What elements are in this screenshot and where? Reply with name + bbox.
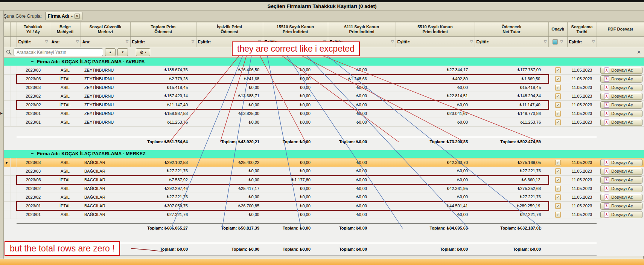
amount-cell: ₺13.688,71 xyxy=(196,92,263,101)
open-pdf-button[interactable]: λDosyayı Aç xyxy=(600,101,642,109)
table-row[interactable]: 2023/02ASILBAĞCILAR₺27.221,76₺0,00₺0,00₺… xyxy=(4,193,644,202)
checkbox-checked-icon[interactable]: ✔ xyxy=(555,212,561,218)
checkbox-checked-icon[interactable]: ✔ xyxy=(555,93,561,99)
sgk-center-cell: ZEYTİNBURNU xyxy=(81,92,130,101)
chip-close-icon[interactable]: ✕ xyxy=(75,14,80,19)
filter-sgk-merkezi[interactable]: Ara:▽ xyxy=(81,37,130,47)
open-pdf-button[interactable]: λDosyayı Aç xyxy=(600,168,642,175)
column-header-15510[interactable]: 15510 Sayılı KanunPrim İndirimi xyxy=(263,22,328,37)
pdf-icon: λ xyxy=(604,111,609,116)
filter-icon[interactable]: ▽ xyxy=(470,40,473,44)
checkbox-checked-icon[interactable]: ✔ xyxy=(555,76,561,82)
open-pdf-button[interactable]: λDosyayı Aç xyxy=(600,202,642,210)
column-header-6111[interactable]: 6111 Sayılı KanunPrim İndirimi xyxy=(328,22,396,37)
table-row[interactable]: 2023/02ASILZEYTİNBURNU₺157.420,14₺13.688… xyxy=(4,92,644,101)
table-row[interactable]: 2023/03İPTALBAĞCILAR₺7.537,92₺0,00₺1.177… xyxy=(4,176,644,184)
column-header-pdf[interactable]: PDF Dosyası xyxy=(597,22,644,37)
column-header-belge[interactable]: BelgeMahiyeti xyxy=(50,22,81,37)
open-pdf-button[interactable]: λDosyayı Aç xyxy=(600,159,642,166)
filter-icon[interactable]: ▽ xyxy=(560,40,563,44)
filter-onayli[interactable]: ▽ xyxy=(548,37,567,47)
table-row[interactable]: 2023/02İPTALZEYTİNBURNU₺11.147,40₺0,00₺0… xyxy=(4,101,644,109)
table-row[interactable]: 2023/03ASILZEYTİNBURNU₺188.674,76₺16.406… xyxy=(4,66,644,75)
open-pdf-button[interactable]: λDosyayı Aç xyxy=(600,119,642,126)
table-row[interactable]: 2023/03ASILZEYTİNBURNU₺15.418,45₺0,00₺0,… xyxy=(4,83,644,92)
table-row[interactable]: 2023/02ASILBAĞCILAR₺292.297,46₺25.417,17… xyxy=(4,184,644,193)
group-header-row[interactable]: −Firma Adı: KOÇAK İLAÇ PAZARLAMA - AVRUP… xyxy=(4,58,644,66)
pdf-button-label: Dosyayı Aç xyxy=(611,195,633,199)
checkbox-checked-icon[interactable]: ✔ xyxy=(555,203,561,209)
checkbox-checked-icon[interactable]: ✔ xyxy=(555,168,561,174)
search-prev-button[interactable]: ▲ xyxy=(105,48,116,56)
column-header-5510[interactable]: 5510 Sayılı KanunPrim İndirimi xyxy=(396,22,475,37)
table-row[interactable]: 2023/03ASILBAĞCILAR₺27.221,76₺0,00₺0,00₺… xyxy=(4,167,644,176)
filter-toplam-prim[interactable]: Eşittir:▽ xyxy=(130,37,196,47)
group-header-row[interactable]: −Firma Adı: KOÇAK İLAÇ PAZARLAMA - MERKE… xyxy=(4,150,644,158)
search-next-button[interactable]: ▼ xyxy=(117,48,128,56)
checkbox-checked-icon[interactable]: ✔ xyxy=(555,67,561,73)
open-pdf-button[interactable]: λDosyayı Aç xyxy=(600,75,642,83)
amount-cell: ₺0,00 xyxy=(328,83,396,92)
collapse-group-icon[interactable]: − xyxy=(31,59,33,64)
row-expand-cell xyxy=(10,83,17,92)
collapse-group-icon[interactable]: − xyxy=(31,151,33,156)
checkbox-checked-icon[interactable]: ✔ xyxy=(555,186,561,191)
filter-checkbox-icon[interactable] xyxy=(553,39,558,44)
filter-icon[interactable]: ▽ xyxy=(592,40,595,44)
filter-icon[interactable]: ▽ xyxy=(76,40,79,44)
table-row[interactable]: 2023/01ASILZEYTİNBURNU₺11.253,76₺0,00₺0,… xyxy=(4,118,644,127)
filter-sorgulama[interactable]: Eşittir:▽ xyxy=(567,37,597,47)
column-header-toplam-prim[interactable]: Toplam PrimÖdemesi xyxy=(130,22,196,37)
query-date-cell: 11.05.2023 xyxy=(567,167,597,176)
filter-icon[interactable]: ▽ xyxy=(45,40,48,44)
open-pdf-button[interactable]: λDosyayı Aç xyxy=(600,110,642,117)
filter-icon[interactable]: ▽ xyxy=(544,40,547,44)
group-chip-firma-adi[interactable]: Firma Adı ▴ ✕ xyxy=(45,12,82,20)
checkbox-checked-icon[interactable]: ✔ xyxy=(555,111,561,116)
open-pdf-button[interactable]: λDosyayı Aç xyxy=(600,176,642,184)
checkbox-checked-icon[interactable]: ✔ xyxy=(555,85,561,90)
column-header-sorgulama[interactable]: SorgulamaTarihi xyxy=(567,22,597,37)
table-row[interactable]: 2023/01ASILBAĞCILAR₺27.221,76₺0,00₺0,00₺… xyxy=(4,210,644,219)
total-value: Toplam: ₺0,00 xyxy=(328,137,396,147)
column-header-sgk-merkezi[interactable]: Sosyal GüvenlikMerkezi xyxy=(81,22,130,37)
filter-tahakkuk[interactable]: Eşittir:▽ xyxy=(17,37,50,47)
column-header-odenecek[interactable]: ÖdenecekNet Tutar xyxy=(475,22,548,37)
open-pdf-button[interactable]: λDosyayı Aç xyxy=(600,194,642,201)
table-row[interactable]: ▶2023/03ASILBAĞCILAR₺292.102,53₺25.400,2… xyxy=(4,158,644,167)
close-search-icon[interactable]: ✕ xyxy=(637,49,642,55)
checkbox-checked-icon[interactable]: ✔ xyxy=(555,102,561,108)
checkbox-checked-icon[interactable]: ✔ xyxy=(555,119,561,125)
column-header-issizlik[interactable]: İşsizlik PrimiÖdemesi xyxy=(196,22,263,37)
open-pdf-button[interactable]: λDosyayı Aç xyxy=(600,84,642,91)
filter-icon[interactable]: ▽ xyxy=(192,40,195,44)
table-row[interactable]: 2023/01İPTALBAĞCILAR₺307.059,75₺26.700,8… xyxy=(4,202,644,210)
open-pdf-button[interactable]: λDosyayı Aç xyxy=(600,93,642,100)
open-pdf-button[interactable]: λDosyayı Aç xyxy=(600,67,642,74)
checkbox-checked-icon[interactable]: ✔ xyxy=(555,195,561,200)
amount-cell: ₺0,00 xyxy=(196,101,263,109)
filter-icon[interactable]: ▽ xyxy=(391,40,394,44)
filter-5510[interactable]: Eşittir:▽ xyxy=(396,37,475,47)
approved-cell: ✔ xyxy=(548,118,567,127)
approved-cell: ✔ xyxy=(548,184,567,193)
search-input[interactable] xyxy=(14,48,103,56)
open-pdf-button[interactable]: λDosyayı Aç xyxy=(600,185,642,192)
checkbox-checked-icon[interactable]: ✔ xyxy=(555,160,561,165)
collapsed-side-panel[interactable]: ▶ xyxy=(0,11,4,259)
open-pdf-button[interactable]: λDosyayı Aç xyxy=(600,211,642,218)
page-title: Seçilen Firmaların Tahakkuk Kayıtları (0… xyxy=(267,3,376,9)
sgk-center-cell: ZEYTİNBURNU xyxy=(81,66,130,75)
filter-icon[interactable]: ▽ xyxy=(126,40,129,44)
column-header-onayli[interactable]: Onaylı xyxy=(548,22,567,37)
column-header-row: TahakkukYıl / Ay BelgeMahiyeti Sosyal Gü… xyxy=(4,22,644,37)
filter-belge[interactable]: Ara:▽ xyxy=(50,37,81,47)
table-row[interactable]: 2023/03İPTALZEYTİNBURNU₺2.779,28₺241,68₺… xyxy=(4,75,644,83)
column-header-tahakkuk[interactable]: TahakkukYıl / Ay xyxy=(17,22,50,37)
checkbox-checked-icon[interactable]: ✔ xyxy=(555,177,561,183)
expand-panel-icon[interactable]: ▶ xyxy=(0,112,3,115)
filter-odenecek[interactable]: Eşittir:▽ xyxy=(475,37,548,47)
table-row[interactable]: 2023/01ASILZEYTİNBURNU₺158.987,53₺13.825… xyxy=(4,109,644,118)
total-value: Toplam: ₺0,00 xyxy=(263,224,328,233)
search-options-button[interactable]: ⚙▾ xyxy=(136,48,150,56)
